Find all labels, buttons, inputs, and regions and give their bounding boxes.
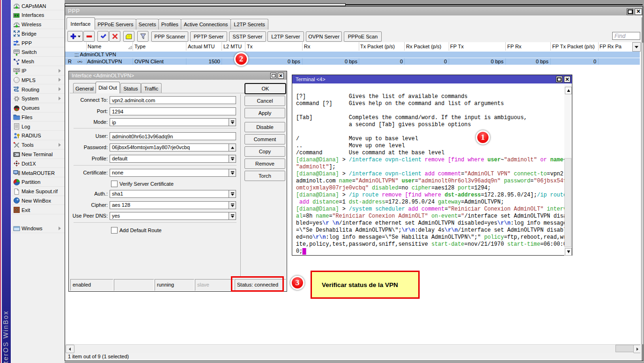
svg-text:255: 255 [14,68,19,72]
